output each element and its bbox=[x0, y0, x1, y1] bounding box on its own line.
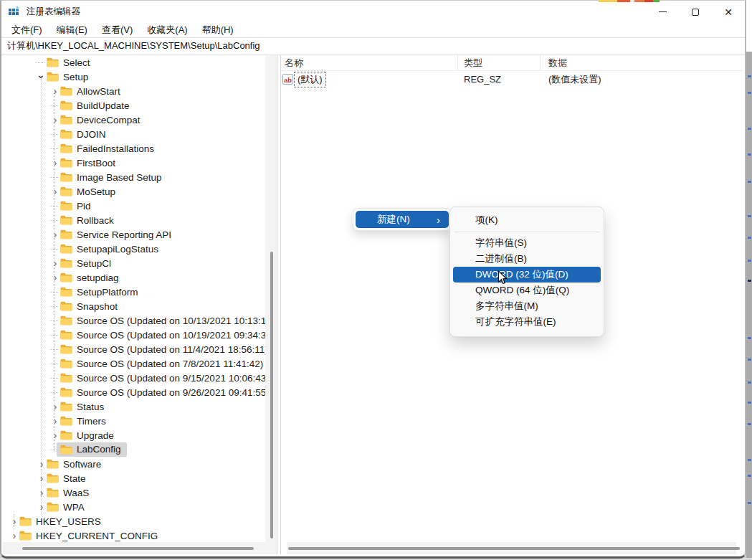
submenu-item-1[interactable]: 字符串值(S) bbox=[453, 235, 601, 251]
tree-item-buildupdate[interactable]: BuildUpdate bbox=[3, 98, 265, 113]
chevron-collapsed-icon[interactable]: › bbox=[50, 184, 60, 199]
tree-item-label: WaaS bbox=[63, 488, 89, 498]
tree-item-source-os-updated-on-10-19-2021-09-34-34[interactable]: Source OS (Updated on 10/19/2021 09:34:3… bbox=[3, 328, 265, 342]
chevron-collapsed-icon[interactable]: › bbox=[50, 270, 60, 285]
tree-item-mosetup[interactable]: ›MoSetup bbox=[3, 184, 265, 199]
value-row-default[interactable]: ab (默认) REG_SZ (数值未设置) bbox=[281, 71, 743, 87]
menu-item-3[interactable]: 收藏夹(A) bbox=[140, 23, 194, 37]
chevron-collapsed-icon[interactable]: › bbox=[50, 414, 60, 428]
tree-item-label: AllowStart bbox=[77, 86, 120, 97]
registry-tree-pane: Select›Setup›AllowStartBuildUpdate›Devic… bbox=[3, 55, 265, 554]
chevron-collapsed-icon[interactable]: › bbox=[9, 528, 19, 543]
tree-connector bbox=[50, 134, 58, 135]
chevron-collapsed-icon[interactable]: › bbox=[50, 428, 60, 442]
string-value-icon: ab bbox=[282, 74, 293, 85]
chevron-collapsed-icon[interactable]: › bbox=[50, 84, 60, 98]
tree-item-label: FailedInstallations bbox=[77, 143, 154, 154]
submenu-item-5[interactable]: 多字符串值(M) bbox=[453, 298, 601, 314]
folder-icon bbox=[60, 359, 72, 369]
folder-icon bbox=[19, 516, 32, 526]
tree-item-setupdiag[interactable]: ›setupdiag bbox=[3, 270, 265, 285]
maximize-button[interactable] bbox=[679, 1, 712, 23]
tree-item-source-os-updated-on-7-8-2021-11-41-42[interactable]: Source OS (Updated on 7/8/2021 11:41:42) bbox=[3, 356, 265, 371]
column-header-data[interactable]: 数据 bbox=[541, 55, 743, 70]
chevron-collapsed-icon[interactable]: › bbox=[50, 399, 60, 414]
tree-item-source-os-updated-on-11-4-2021-18-56-11[interactable]: Source OS (Updated on 11/4/2021 18:56:11… bbox=[3, 342, 265, 356]
tree-item-software[interactable]: ›Software bbox=[3, 457, 265, 471]
tree-item-wpa[interactable]: ›WPA bbox=[3, 500, 265, 514]
tree-item-rollback[interactable]: Rollback bbox=[3, 213, 265, 227]
tree-item-setupcl[interactable]: ›SetupCl bbox=[3, 256, 265, 270]
tree-item-firstboot[interactable]: ›FirstBoot bbox=[3, 156, 265, 170]
tree-item-hkey-users[interactable]: ›HKEY_USERS bbox=[3, 514, 265, 528]
tree-item-service-reporting-api[interactable]: ›Service Reporting API bbox=[3, 227, 265, 242]
tree-item-select[interactable]: Select bbox=[3, 55, 265, 70]
value-data: (数值未设置) bbox=[541, 73, 743, 86]
tree-item-label: Upgrade bbox=[77, 430, 114, 441]
folder-icon bbox=[60, 158, 72, 168]
tree-item-pid[interactable]: Pid bbox=[3, 199, 265, 213]
submenu-item-2[interactable]: 二进制值(B) bbox=[453, 251, 601, 267]
tree-item-label: setupdiag bbox=[77, 272, 119, 283]
tree-item-source-os-updated-on-9-26-2021-09-41-55[interactable]: Source OS (Updated on 9/26/2021 09:41:55… bbox=[3, 385, 265, 399]
tree-vertical-scrollbar bbox=[265, 55, 277, 542]
tree-item-upgrade[interactable]: ›Upgrade bbox=[3, 428, 265, 442]
tree-horizontal-scrollbar-thumb[interactable] bbox=[22, 547, 254, 550]
chevron-collapsed-icon[interactable]: › bbox=[37, 500, 47, 514]
tree-item-source-os-updated-on-10-13-2021-10-13-12[interactable]: Source OS (Updated on 10/13/2021 10:13:1… bbox=[3, 313, 265, 328]
chevron-collapsed-icon[interactable]: › bbox=[50, 256, 60, 270]
tree-item-allowstart[interactable]: ›AllowStart bbox=[3, 84, 265, 98]
tree-item-djoin[interactable]: DJOIN bbox=[3, 127, 265, 141]
tree-item-timers[interactable]: ›Timers bbox=[3, 414, 265, 428]
chevron-collapsed-icon[interactable]: › bbox=[50, 156, 60, 170]
tree-item-failedinstallations[interactable]: FailedInstallations bbox=[3, 141, 265, 156]
menu-item-4[interactable]: 帮助(H) bbox=[195, 23, 241, 37]
list-horizontal-scrollbar-thumb[interactable] bbox=[288, 547, 740, 550]
tree-item-label: BuildUpdate bbox=[77, 100, 130, 111]
chevron-collapsed-icon[interactable]: › bbox=[50, 227, 60, 242]
background-scrollbar-mark bbox=[748, 75, 751, 77]
folder-icon bbox=[60, 301, 72, 311]
folder-icon bbox=[60, 258, 72, 268]
tree-item-snapshot[interactable]: Snapshot bbox=[3, 299, 265, 313]
submenu-item-3[interactable]: DWORD (32 位)值(D) bbox=[453, 267, 601, 283]
close-button[interactable]: ✕ bbox=[712, 1, 745, 23]
chevron-collapsed-icon[interactable]: › bbox=[50, 113, 60, 127]
tree-item-hkey-current-config[interactable]: ›HKEY_CURRENT_CONFIG bbox=[3, 528, 265, 543]
chevron-expanded-icon[interactable]: › bbox=[34, 72, 49, 82]
tree-item-state[interactable]: ›State bbox=[3, 471, 265, 485]
tree-item-setupplatform[interactable]: SetupPlatform bbox=[3, 285, 265, 299]
chevron-collapsed-icon[interactable]: › bbox=[37, 485, 47, 500]
column-header-type[interactable]: 类型 bbox=[458, 55, 541, 70]
tree-item-source-os-updated-on-9-15-2021-10-06-43[interactable]: Source OS (Updated on 9/15/2021 10:06:43… bbox=[3, 371, 265, 385]
menu-item-0[interactable]: 文件(F) bbox=[4, 23, 49, 37]
tree-vertical-scrollbar-thumb[interactable] bbox=[270, 252, 273, 538]
submenu-item-0[interactable]: 项(K) bbox=[453, 211, 601, 229]
tree-item-setup[interactable]: ›Setup bbox=[3, 70, 265, 84]
chevron-collapsed-icon[interactable]: › bbox=[37, 471, 47, 485]
minimize-button[interactable] bbox=[646, 1, 679, 23]
folder-icon bbox=[60, 201, 72, 211]
tree-item-waas[interactable]: ›WaaS bbox=[3, 485, 265, 500]
tree-item-status[interactable]: ›Status bbox=[3, 399, 265, 414]
address-bar[interactable]: 计算机\HKEY_LOCAL_MACHINE\SYSTEM\Setup\LabC… bbox=[1, 37, 745, 54]
context-menu-item-new[interactable]: 新建(N) › bbox=[356, 211, 449, 228]
tree-item-image-based-setup[interactable]: Image Based Setup bbox=[3, 170, 265, 184]
submenu-item-4[interactable]: QWORD (64 位)值(Q) bbox=[453, 283, 601, 298]
tree-item-devicecompat[interactable]: ›DeviceCompat bbox=[3, 113, 265, 127]
tree-item-labconfig[interactable]: LabConfig bbox=[3, 442, 265, 457]
background-scrollbar-mark bbox=[748, 359, 751, 361]
title-bar[interactable]: 注册表编辑器 ✕ bbox=[1, 1, 745, 23]
chevron-collapsed-icon[interactable]: › bbox=[9, 514, 19, 528]
column-header-name[interactable]: 名称 bbox=[281, 55, 458, 70]
submenu-item-6[interactable]: 可扩充字符串值(E) bbox=[453, 314, 601, 330]
menu-item-2[interactable]: 查看(V) bbox=[95, 23, 140, 37]
tree-connector bbox=[50, 249, 58, 250]
background-tab-peek-segment bbox=[599, 0, 617, 2]
folder-icon bbox=[19, 531, 32, 541]
tree-item-setupapilogstatus[interactable]: SetupapiLogStatus bbox=[3, 242, 265, 256]
background-scrollbar-mark bbox=[748, 153, 751, 156]
chevron-collapsed-icon[interactable]: › bbox=[37, 457, 47, 471]
menu-item-1[interactable]: 编辑(E) bbox=[49, 23, 95, 37]
folder-icon bbox=[60, 402, 72, 412]
